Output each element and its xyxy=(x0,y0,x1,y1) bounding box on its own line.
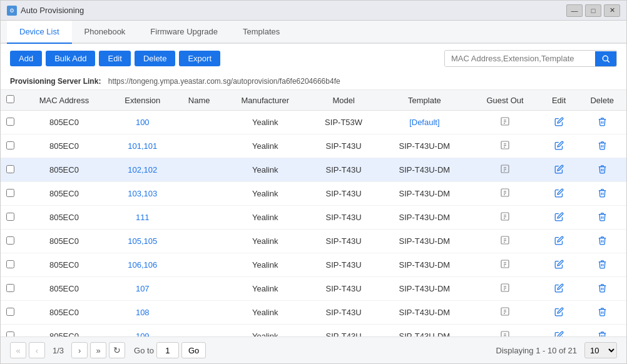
footer: « ‹ 1/3 › » ↻ Go to Go Displaying 1 - 10… xyxy=(1,336,626,363)
delete-row-btn[interactable] xyxy=(594,282,611,296)
select-all-checkbox[interactable] xyxy=(6,95,14,103)
search-input[interactable] xyxy=(445,51,595,66)
guest-out-btn[interactable] xyxy=(496,258,514,272)
row-edit xyxy=(540,253,578,277)
displaying-start: 1 xyxy=(536,346,540,355)
row-delete xyxy=(578,111,626,134)
next-page-btn[interactable]: › xyxy=(71,342,88,358)
edit-row-btn[interactable] xyxy=(551,163,568,177)
displaying-text: Displaying xyxy=(496,346,534,355)
delete-row-btn[interactable] xyxy=(594,211,611,225)
close-btn[interactable]: ✕ xyxy=(604,4,620,17)
row-checkbox[interactable] xyxy=(6,213,14,221)
row-template: SIP-T43U-DM xyxy=(379,230,470,253)
table-row: 805EC0 111 Yealink SIP-T43U SIP-T43U-DM xyxy=(1,206,626,230)
tab-templates[interactable]: Templates xyxy=(230,21,292,44)
header-mac: MAC Address xyxy=(19,90,109,111)
server-link-bar: Provisioning Server Link: https://tongen… xyxy=(1,73,626,90)
row-checkbox[interactable] xyxy=(6,189,14,197)
delete-row-btn[interactable] xyxy=(594,306,611,320)
row-edit xyxy=(540,134,578,158)
edit-button[interactable]: Edit xyxy=(99,51,130,66)
per-page-select[interactable]: 10 20 50 100 xyxy=(584,342,617,358)
delete-row-btn[interactable] xyxy=(594,258,611,272)
delete-row-btn[interactable] xyxy=(594,235,611,248)
tab-firmware-upgrade[interactable]: Firmware Upgrade xyxy=(138,21,230,44)
row-model: SIP-T43U xyxy=(308,206,379,230)
svg-point-0 xyxy=(603,56,608,61)
table-row: 805EC0 106,106 Yealink SIP-T43U SIP-T43U… xyxy=(1,253,626,277)
delete-button[interactable]: Delete xyxy=(135,51,176,66)
row-checkbox[interactable] xyxy=(6,165,14,173)
guest-out-btn[interactable] xyxy=(496,329,514,336)
row-mac: 805EC0 xyxy=(19,134,109,158)
row-checkbox-cell xyxy=(1,111,19,134)
bulk-add-button[interactable]: Bulk Add xyxy=(46,51,95,66)
edit-row-btn[interactable] xyxy=(551,258,568,272)
edit-row-btn[interactable] xyxy=(551,306,568,320)
delete-row-btn[interactable] xyxy=(594,163,611,177)
header-guest-out: Guest Out xyxy=(470,90,539,111)
delete-row-btn[interactable] xyxy=(594,330,611,337)
search-button[interactable] xyxy=(595,51,616,66)
table-body: 805EC0 100 Yealink SIP-T53W [Default] xyxy=(1,111,626,337)
first-page-btn[interactable]: « xyxy=(10,342,26,358)
tab-phonebook[interactable]: Phonebook xyxy=(72,21,138,44)
row-guest-out xyxy=(470,158,539,182)
maximize-btn[interactable]: □ xyxy=(585,4,601,17)
row-template: SIP-T43U-DM xyxy=(379,253,470,277)
guest-out-btn[interactable] xyxy=(496,186,514,201)
row-template: SIP-T43U-DM xyxy=(379,277,470,301)
export-button[interactable]: Export xyxy=(179,51,220,66)
row-delete xyxy=(578,325,626,337)
row-checkbox[interactable] xyxy=(6,284,14,292)
row-delete xyxy=(578,134,626,158)
go-btn[interactable]: Go xyxy=(181,342,206,358)
edit-row-btn[interactable] xyxy=(551,187,568,201)
row-delete xyxy=(578,277,626,301)
row-checkbox[interactable] xyxy=(6,118,14,126)
row-delete xyxy=(578,206,626,230)
edit-row-btn[interactable] xyxy=(551,330,568,337)
edit-row-btn[interactable] xyxy=(551,282,568,296)
guest-out-btn[interactable] xyxy=(496,139,514,153)
tab-device-list[interactable]: Device List xyxy=(7,21,72,44)
row-template: SIP-T43U-DM xyxy=(379,325,470,337)
row-checkbox-cell xyxy=(1,325,19,337)
guest-out-btn[interactable] xyxy=(496,305,514,320)
edit-row-btn[interactable] xyxy=(551,211,568,225)
delete-row-btn[interactable] xyxy=(594,139,611,153)
row-manufacturer: Yealink xyxy=(222,134,308,158)
delete-row-btn[interactable] xyxy=(594,187,611,201)
guest-out-btn[interactable] xyxy=(496,234,514,248)
row-extension: 105,105 xyxy=(109,230,176,253)
add-button[interactable]: Add xyxy=(10,51,42,66)
row-model: SIP-T43U xyxy=(308,277,379,301)
row-checkbox[interactable] xyxy=(6,331,14,337)
row-model: SIP-T43U xyxy=(308,134,379,158)
refresh-btn[interactable]: ↻ xyxy=(109,342,125,358)
row-checkbox[interactable] xyxy=(6,260,14,268)
minimize-btn[interactable]: — xyxy=(566,4,583,17)
row-checkbox[interactable] xyxy=(6,236,14,245)
edit-row-btn[interactable] xyxy=(551,139,568,153)
row-extension: 107 xyxy=(109,277,176,301)
edit-row-btn[interactable] xyxy=(551,235,568,248)
svg-rect-6 xyxy=(501,141,509,149)
app-icon: ⚙ xyxy=(7,6,17,16)
last-page-btn[interactable]: » xyxy=(90,342,106,358)
guest-out-btn[interactable] xyxy=(496,210,514,225)
guest-out-btn[interactable] xyxy=(496,163,514,177)
edit-row-btn[interactable] xyxy=(551,116,568,129)
delete-row-btn[interactable] xyxy=(594,116,611,129)
guest-out-btn[interactable] xyxy=(496,115,514,129)
go-to-input[interactable] xyxy=(156,342,179,358)
prev-page-btn[interactable]: ‹ xyxy=(29,342,45,358)
row-checkbox[interactable] xyxy=(6,308,14,316)
svg-rect-2 xyxy=(501,118,509,125)
row-model: SIP-T43U xyxy=(308,230,379,253)
row-guest-out xyxy=(470,253,539,277)
row-checkbox[interactable] xyxy=(6,141,14,149)
page-info: 1/3 xyxy=(48,345,69,356)
guest-out-btn[interactable] xyxy=(496,281,514,296)
